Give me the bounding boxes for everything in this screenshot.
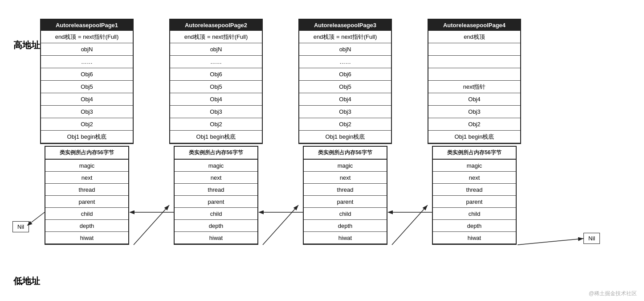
watermark: @稀土掘金技术社区: [589, 290, 637, 297]
page2-row6: Obj3: [170, 106, 262, 118]
page4-header: AutoreleasepoolPage4: [428, 20, 520, 31]
page2-inst-magic: magic: [175, 160, 257, 172]
page4-row5: Obj4: [428, 93, 520, 106]
page1-row8: Obj1 begin栈底: [41, 131, 133, 143]
svg-line-9: [518, 239, 583, 245]
page2-row1: objN: [170, 43, 262, 56]
page4-row7: Obj2: [428, 118, 520, 131]
page1-inst-thread: thread: [45, 184, 128, 196]
page1-row1: objN: [41, 43, 133, 56]
page1-row4: Obj5: [41, 81, 133, 93]
low-address-label: 低地址: [13, 275, 40, 287]
page3-row3: Obj6: [299, 68, 391, 81]
page1-row6: Obj3: [41, 106, 133, 118]
page4-inst-parent: parent: [433, 196, 516, 208]
page3-block: AutoreleasepoolPage3 end栈顶 = next指针(Full…: [298, 19, 392, 144]
page3-inst-next: next: [304, 172, 387, 184]
page3-inst-magic: magic: [304, 160, 387, 172]
page3-instance: 类实例所占内存56字节 magic next thread parent chi…: [303, 146, 387, 245]
page2-row2: ……: [170, 56, 262, 68]
page4-row2: [428, 56, 520, 68]
page3-row5: Obj4: [299, 93, 391, 106]
page1-instance-header: 类实例所占内存56字节: [45, 147, 128, 160]
page4-inst-hiwat: hiwat: [433, 232, 516, 244]
page4-block: AutoreleasepoolPage4 end栈顶 next指针 Obj4 O…: [428, 19, 521, 144]
page3-row4: Obj5: [299, 81, 391, 93]
page3-inst-parent: parent: [304, 196, 387, 208]
page4-inst-next: next: [433, 172, 516, 184]
page3-instance-header: 类实例所占内存56字节: [304, 147, 387, 160]
page4-instance-header: 类实例所占内存56字节: [433, 147, 516, 160]
page4-inst-child: child: [433, 208, 516, 220]
nil-right: Nil: [583, 233, 600, 244]
page1-row5: Obj4: [41, 93, 133, 106]
page4-instance: 类实例所占内存56字节 magic next thread parent chi…: [432, 146, 517, 245]
page1-wrapper: AutoreleasepoolPage1 end栈顶 = next指针(Full…: [40, 19, 134, 245]
svg-line-2: [134, 205, 169, 245]
page4-row8: Obj1 begin栈底: [428, 131, 520, 143]
page4-row6: Obj3: [428, 106, 520, 118]
page2-instance: 类实例所占内存56字节 magic next thread parent chi…: [174, 146, 258, 245]
page2-inst-child: child: [175, 208, 257, 220]
page2-inst-parent: parent: [175, 196, 257, 208]
page2-row4: Obj5: [170, 81, 262, 93]
page1-instance: 类实例所占内存56字节 magic next thread parent chi…: [45, 146, 129, 245]
page4-row0: end栈顶: [428, 31, 520, 43]
page3-inst-depth: depth: [304, 220, 387, 232]
page4-wrapper: AutoreleasepoolPage4 end栈顶 next指针 Obj4 O…: [428, 19, 521, 245]
page2-inst-hiwat: hiwat: [175, 232, 257, 244]
page3-inst-hiwat: hiwat: [304, 232, 387, 244]
page2-row8: Obj1 begin栈底: [170, 131, 262, 143]
page3-inst-child: child: [304, 208, 387, 220]
page1-inst-hiwat: hiwat: [45, 232, 128, 244]
svg-line-5: [263, 205, 298, 245]
page1-inst-next: next: [45, 172, 128, 184]
page2-row0: end栈顶 = next指针(Full): [170, 31, 262, 43]
page2-instance-header: 类实例所占内存56字节: [175, 147, 257, 160]
page1-header: AutoreleasepoolPage1: [41, 20, 133, 31]
page1-inst-depth: depth: [45, 220, 128, 232]
page1-inst-parent: parent: [45, 196, 128, 208]
page4-inst-depth: depth: [433, 220, 516, 232]
page1-row7: Obj2: [41, 118, 133, 131]
page3-row7: Obj2: [299, 118, 391, 131]
page2-block: AutoreleasepoolPage2 end栈顶 = next指针(Full…: [169, 19, 263, 144]
page3-row6: Obj3: [299, 106, 391, 118]
svg-line-7: [392, 205, 428, 245]
page3-wrapper: AutoreleasepoolPage3 end栈顶 = next指针(Full…: [298, 19, 392, 245]
page1-inst-child: child: [45, 208, 128, 220]
page4-inst-thread: thread: [433, 184, 516, 196]
page3-row0: end栈顶 = next指针(Full): [299, 31, 391, 43]
page1-inst-magic: magic: [45, 160, 128, 172]
page3-row1: objN: [299, 43, 391, 56]
page3-row8: Obj1 begin栈底: [299, 131, 391, 143]
page4-inst-magic: magic: [433, 160, 516, 172]
page2-row5: Obj4: [170, 93, 262, 106]
page3-header: AutoreleasepoolPage3: [299, 20, 391, 31]
nil-left: Nil: [12, 221, 29, 232]
page4-row3: [428, 68, 520, 81]
page1-row2: ……: [41, 56, 133, 68]
page2-header: AutoreleasepoolPage2: [170, 20, 262, 31]
page1-row0: end栈顶 = next指针(Full): [41, 31, 133, 43]
page2-wrapper: AutoreleasepoolPage2 end栈顶 = next指针(Full…: [169, 19, 263, 245]
page2-row7: Obj2: [170, 118, 262, 131]
page4-row1: [428, 43, 520, 56]
page2-inst-next: next: [175, 172, 257, 184]
page3-inst-thread: thread: [304, 184, 387, 196]
page1-row3: Obj6: [41, 68, 133, 81]
page2-inst-thread: thread: [175, 184, 257, 196]
page1-block: AutoreleasepoolPage1 end栈顶 = next指针(Full…: [40, 19, 134, 144]
page2-row3: Obj6: [170, 68, 262, 81]
page4-row4: next指针: [428, 81, 520, 93]
page2-inst-depth: depth: [175, 220, 257, 232]
page3-row2: ……: [299, 56, 391, 68]
high-address-label: 高地址: [13, 39, 40, 51]
